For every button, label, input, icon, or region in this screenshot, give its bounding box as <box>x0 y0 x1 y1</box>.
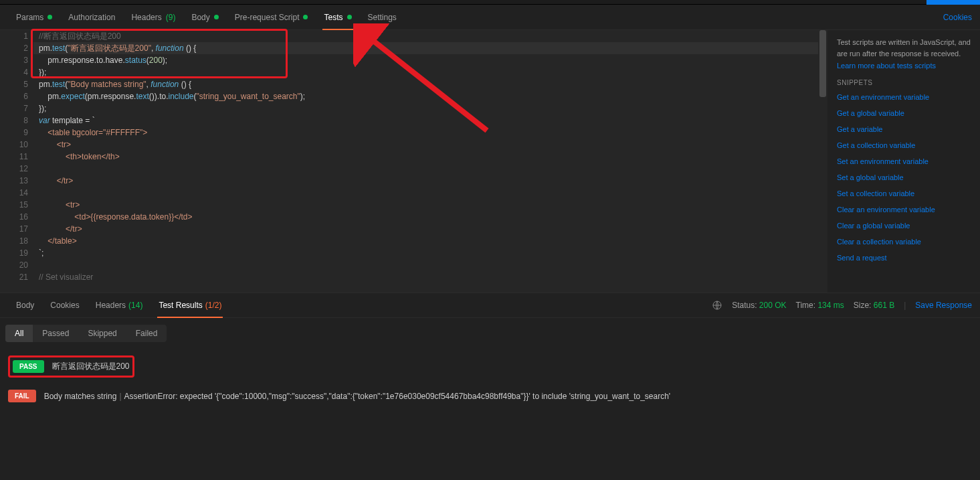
rtab-label: Cookies <box>50 301 79 310</box>
status-dot-icon <box>303 15 308 19</box>
snippet-clear-global-var[interactable]: Clear a global variable <box>837 222 971 230</box>
snippet-set-env-var[interactable]: Set an environment variable <box>837 157 971 165</box>
rtab-label: Body <box>16 301 34 310</box>
result-filter-row: All Passed Skipped Failed <box>0 318 980 349</box>
filter-skipped[interactable]: Skipped <box>78 325 126 342</box>
test-results-list: PASS 断言返回状态码是200 FAIL Body matches strin… <box>0 349 980 413</box>
tab-body[interactable]: Body <box>183 5 226 30</box>
highlight-box-result: PASS 断言返回状态码是200 <box>8 355 134 378</box>
learn-more-link[interactable]: Learn more about tests scripts <box>837 62 971 70</box>
snippet-clear-collection-var[interactable]: Clear a collection variable <box>837 238 971 246</box>
tab-label: Body <box>191 13 209 22</box>
test-result-pass-row: PASS 断言返回状态码是200 <box>5 351 975 382</box>
rtab-cookies[interactable]: Cookies <box>42 293 87 318</box>
result-name: 断言返回状态码是200 <box>52 361 130 372</box>
rtab-label: Test Results <box>159 301 202 310</box>
request-tabs: Params Authorization Headers (9) Body Pr… <box>0 5 980 30</box>
snippet-get-var[interactable]: Get a variable <box>837 125 971 133</box>
tab-authorization[interactable]: Authorization <box>60 5 123 30</box>
status-dot-icon <box>214 15 219 19</box>
filter-failed[interactable]: Failed <box>126 325 167 342</box>
filter-all[interactable]: All <box>5 325 33 342</box>
tab-params[interactable]: Params <box>8 5 60 30</box>
snippet-send-request[interactable]: Send a request <box>837 254 971 262</box>
active-rtab-underline <box>157 317 223 318</box>
tab-label: Params <box>16 13 43 22</box>
scrollbar-thumb[interactable] <box>819 30 826 97</box>
snippet-set-global-var[interactable]: Set a global variable <box>837 173 971 181</box>
tab-pre-request-script[interactable]: Pre-request Script <box>227 5 316 30</box>
rtab-test-results[interactable]: Test Results (1/2) <box>151 293 229 318</box>
result-detail: Body matches string|AssertionError: expe… <box>44 392 670 401</box>
size-label: Size: 661 B <box>854 301 894 310</box>
send-button-edge[interactable] <box>926 0 980 5</box>
snippets-header: SNIPPETS <box>837 79 971 86</box>
headers-count: (14) <box>128 301 142 310</box>
snippet-get-env-var[interactable]: Get an environment variable <box>837 93 971 101</box>
tab-tests[interactable]: Tests <box>316 5 359 30</box>
tab-label: Authorization <box>68 13 115 22</box>
rtab-headers[interactable]: Headers (14) <box>88 293 151 318</box>
fail-badge: FAIL <box>8 390 36 402</box>
status-dot-icon <box>347 15 352 19</box>
rtab-label: Headers <box>96 301 126 310</box>
globe-icon[interactable] <box>712 300 722 311</box>
snippets-sidebar: Test scripts are written in JavaScript, … <box>827 30 980 293</box>
time-label: Time: 134 ms <box>796 301 844 310</box>
snippet-get-global-var[interactable]: Get a global variable <box>837 109 971 117</box>
headers-count: (9) <box>166 13 176 22</box>
tab-headers[interactable]: Headers (9) <box>123 5 183 30</box>
vertical-scrollbar[interactable] <box>818 30 827 293</box>
pass-badge: PASS <box>13 360 44 373</box>
tab-label: Headers <box>131 13 161 22</box>
status-label: Status: 200 OK <box>732 301 786 310</box>
tab-label: Tests <box>324 13 342 22</box>
rtab-body[interactable]: Body <box>8 293 42 318</box>
status-dot-icon <box>47 15 52 19</box>
response-meta: Status: 200 OK Time: 134 ms Size: 661 B … <box>712 300 972 311</box>
tab-label: Settings <box>368 13 397 22</box>
save-response-button[interactable]: Save Response <box>915 301 972 310</box>
response-tabs: Body Cookies Headers (14) Test Results (… <box>0 293 980 318</box>
test-result-fail-row: FAIL Body matches string|AssertionError:… <box>5 386 975 406</box>
snippet-clear-env-var[interactable]: Clear an environment variable <box>837 206 971 214</box>
tab-settings[interactable]: Settings <box>360 5 405 30</box>
result-filter-tabs: All Passed Skipped Failed <box>5 325 167 342</box>
cookies-link[interactable]: Cookies <box>943 13 972 22</box>
line-gutter: 123456789101112131415161718192021 <box>0 30 33 293</box>
sidebar-description: Test scripts are written in JavaScript, … <box>837 37 971 59</box>
code-content[interactable]: //断言返回状态码是200 pm.test("断言返回状态码是200", fun… <box>33 30 818 293</box>
tab-label: Pre-request Script <box>235 13 300 22</box>
snippet-set-collection-var[interactable]: Set a collection variable <box>837 189 971 197</box>
filter-passed[interactable]: Passed <box>33 325 78 342</box>
snippet-get-collection-var[interactable]: Get a collection variable <box>837 141 971 149</box>
code-editor[interactable]: 123456789101112131415161718192021 //断言返回… <box>0 30 827 293</box>
test-results-count: (1/2) <box>205 301 222 310</box>
